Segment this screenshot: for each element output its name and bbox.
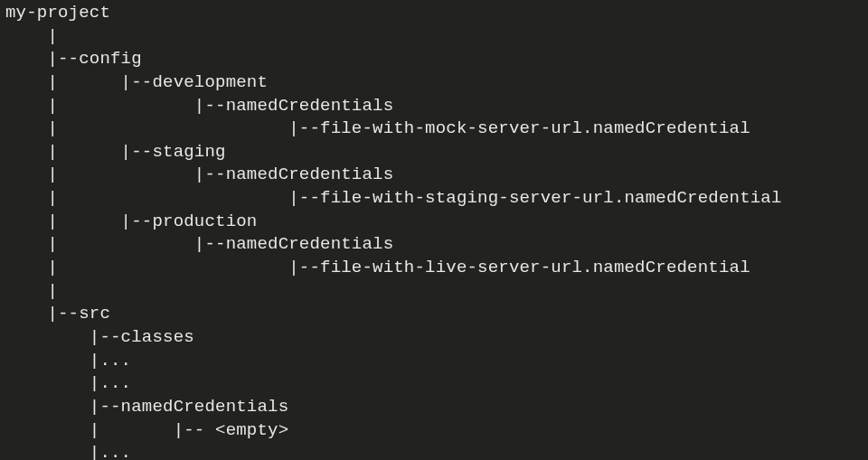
- tree-line-8: | |--file-with-staging-server-url.namedC…: [5, 188, 782, 208]
- tree-line-7: | |--namedCredentials: [5, 164, 393, 184]
- tree-line-0: my-project: [5, 3, 110, 23]
- tree-line-18: | |-- <empty>: [5, 420, 288, 440]
- tree-line-19: |...: [5, 443, 131, 460]
- tree-line-4: | |--namedCredentials: [5, 96, 393, 116]
- tree-line-13: |--src: [5, 304, 110, 324]
- tree-line-11: | |--file-with-live-server-url.namedCred…: [5, 258, 750, 277]
- tree-line-14: |--classes: [5, 327, 194, 347]
- tree-line-12: |: [5, 281, 58, 301]
- tree-line-10: | |--namedCredentials: [5, 234, 393, 254]
- tree-line-9: | |--production: [5, 211, 257, 231]
- tree-line-15: |...: [5, 351, 131, 371]
- tree-line-2: |--config: [5, 49, 142, 69]
- tree-line-5: | |--file-with-mock-server-url.namedCred…: [5, 118, 750, 138]
- tree-line-16: |...: [5, 373, 131, 393]
- tree-line-17: |--namedCredentials: [5, 397, 288, 417]
- directory-tree: my-project | |--config | |--development …: [5, 2, 868, 460]
- tree-line-6: | |--staging: [5, 142, 226, 162]
- tree-line-3: | |--development: [5, 72, 268, 92]
- tree-line-1: |: [5, 26, 58, 46]
